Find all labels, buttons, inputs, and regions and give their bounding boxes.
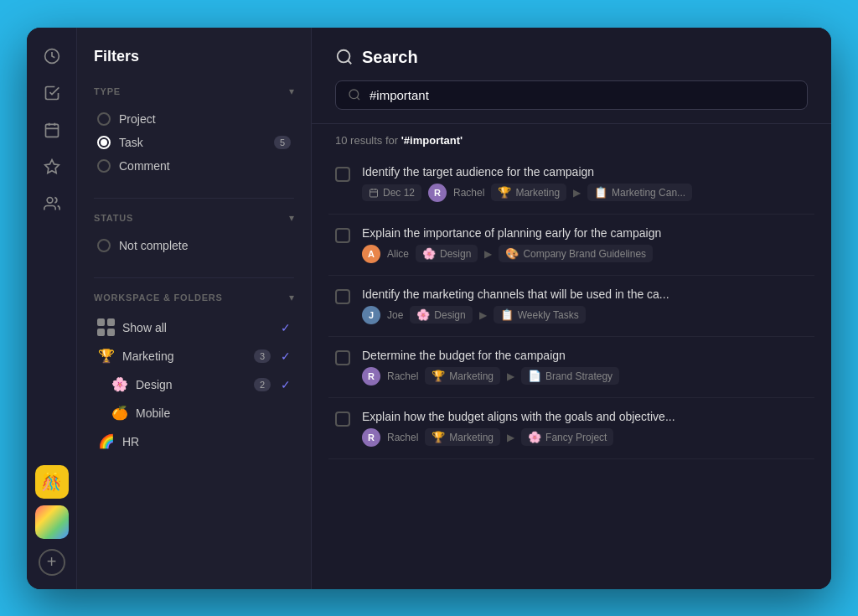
results-count: 10 results for '#important' (312, 124, 831, 147)
workspace-emoji-5: 🏆 (432, 431, 445, 443)
results-prefix: 10 results for (335, 134, 401, 147)
mobile-icon: 🍊 (111, 404, 129, 422)
workspace-design-label: Design (136, 378, 247, 391)
task-badge: 5 (274, 136, 291, 149)
meta-folder-1: 📋 Marketing Can... (587, 184, 692, 201)
avatar-alice-2: A (362, 245, 380, 263)
folder-name-5: Fancy Project (545, 432, 607, 443)
folder-emoji-1: 📋 (594, 186, 607, 199)
design-badge: 2 (254, 378, 271, 391)
sidebar-icon-star[interactable] (37, 152, 67, 182)
filter-type-project[interactable]: Project (94, 107, 294, 131)
checkmark-marketing: ✓ (281, 349, 291, 363)
workspace-marketing[interactable]: 🏆 Marketing 3 ✓ (94, 342, 294, 370)
result-meta-4: R Rachel 🏆 Marketing ▶ 📄 Brand Strategy (362, 367, 808, 386)
result-title-4: Determine the budget for the campaign (362, 349, 808, 362)
search-input-wrap[interactable] (335, 80, 808, 110)
meta-folder-5: 🌸 Fancy Project (521, 428, 613, 446)
radio-comment (97, 159, 111, 173)
workspace-mobile-label: Mobile (136, 406, 291, 420)
result-title-2: Explain the importance of planning early… (362, 226, 808, 240)
chevron-status-icon: ▾ (289, 212, 294, 224)
filter-project-label: Project (119, 112, 156, 126)
search-input[interactable] (370, 88, 795, 102)
filter-comment-label: Comment (119, 159, 170, 173)
avatar-rachel-4: R (362, 367, 380, 386)
assignee-rachel-5: Rachel (387, 432, 418, 443)
result-item-4[interactable]: Determine the budget for the campaign R … (328, 337, 814, 398)
sidebar-icon-add[interactable]: + (39, 549, 65, 576)
svg-marker-5 (44, 159, 59, 173)
radio-not-complete (97, 239, 111, 252)
result-content-4: Determine the budget for the campaign R … (362, 349, 808, 386)
result-meta-5: R Rachel 🏆 Marketing ▶ 🌸 Fancy Project (362, 428, 808, 447)
meta-workspace-1: 🏆 Marketing (491, 184, 566, 201)
sidebar-icon-app-yellow[interactable]: 🎊 (35, 465, 69, 499)
filter-type-section: TYPE ▾ Project Task 5 Comment (94, 85, 294, 178)
avatar-rachel-1: R (428, 184, 447, 202)
result-title-3: Identify the marketing channels that wil… (362, 287, 808, 301)
result-checkbox-4[interactable] (335, 350, 350, 365)
result-title-5: Explain how the budget aligns with the g… (362, 410, 808, 423)
result-checkbox-5[interactable] (335, 412, 350, 427)
sidebar-icon-clock[interactable] (37, 41, 67, 71)
svg-line-10 (357, 97, 359, 100)
filter-task-label: Task (119, 136, 143, 149)
result-item-5[interactable]: Explain how the budget aligns with the g… (328, 398, 814, 459)
workspace-name-2: Design (440, 248, 471, 260)
sidebar-icon-calendar[interactable] (37, 115, 67, 145)
workspace-mobile[interactable]: 🍊 Mobile (94, 399, 294, 427)
workspace-design[interactable]: 🌸 Design 2 ✓ (94, 370, 294, 399)
sidebar-icon-app-rainbow[interactable] (35, 505, 69, 539)
sidebar-icon-check[interactable] (37, 78, 67, 108)
app-window: 🎊 + Filters TYPE ▾ Project Task 5 Commen… (27, 28, 831, 589)
svg-rect-1 (45, 124, 58, 137)
meta-workspace-4: 🏆 Marketing (425, 367, 500, 385)
search-header-icon (335, 48, 354, 66)
filter-workspace-section: WORKSPACE & FOLDERS ▾ Show all ✓ 🏆 Marke… (94, 292, 294, 456)
workspace-name-1: Marketing (515, 187, 560, 199)
result-meta-2: A Alice 🌸 Design ▶ 🎨 Company Brand Guide… (362, 245, 808, 263)
meta-arrow-2: ▶ (484, 248, 492, 260)
radio-task (97, 136, 111, 149)
result-checkbox-2[interactable] (335, 228, 350, 243)
filter-type-task[interactable]: Task 5 (94, 131, 294, 154)
svg-point-7 (338, 50, 350, 63)
checkmark-show-all: ✓ (281, 321, 291, 334)
result-content-3: Identify the marketing channels that wil… (362, 287, 808, 324)
result-checkbox-1[interactable] (335, 167, 350, 182)
assignee-rachel-4: Rachel (387, 370, 418, 382)
filter-workspace-label: WORKSPACE & FOLDERS (94, 292, 223, 303)
meta-arrow-1: ▶ (573, 187, 581, 199)
filter-type-label: TYPE (94, 86, 121, 96)
workspace-show-all[interactable]: Show all ✓ (94, 313, 294, 342)
meta-date-1: Dec 12 (362, 184, 421, 201)
workspace-hr-label: HR (122, 435, 291, 448)
result-content-1: Identify the target audience for the cam… (362, 165, 808, 202)
result-checkbox-3[interactable] (335, 289, 350, 304)
divider-1 (94, 198, 294, 199)
search-header: Search (312, 28, 831, 124)
divider-2 (94, 277, 294, 278)
assignee-alice-2: Alice (387, 248, 409, 260)
filter-status-not-complete[interactable]: Not complete (94, 234, 294, 257)
filters-title: Filters (94, 48, 294, 65)
workspace-marketing-label: Marketing (122, 349, 247, 363)
result-item-2[interactable]: Explain the importance of planning early… (328, 215, 814, 276)
workspace-name-4: Marketing (449, 370, 494, 382)
svg-rect-11 (370, 189, 378, 197)
result-item-3[interactable]: Identify the marketing channels that wil… (328, 276, 814, 337)
search-title: Search (362, 48, 418, 67)
avatar-rachel-5: R (362, 428, 380, 447)
svg-line-8 (348, 60, 351, 64)
sidebar-icons: 🎊 + (27, 28, 77, 589)
meta-arrow-3: ▶ (479, 309, 487, 321)
sidebar-icon-team[interactable] (37, 189, 67, 219)
grid-icon (97, 318, 116, 337)
meta-arrow-4: ▶ (507, 370, 514, 382)
folder-name-2: Company Brand Guidelines (523, 248, 646, 260)
result-item-1[interactable]: Identify the target audience for the cam… (328, 153, 814, 215)
design-icon: 🌸 (111, 375, 129, 394)
workspace-hr[interactable]: 🌈 HR (94, 427, 294, 456)
filter-type-comment[interactable]: Comment (94, 154, 294, 178)
